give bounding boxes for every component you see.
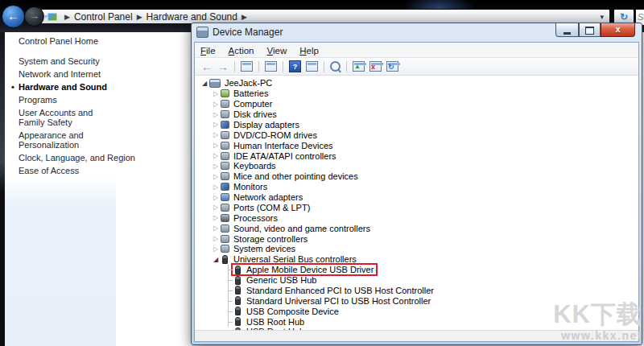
update-driver-icon[interactable] xyxy=(353,61,365,72)
tree-expander-icon[interactable] xyxy=(212,142,220,149)
tree-node-batteries[interactable]: Batteries xyxy=(195,89,638,99)
forward-icon[interactable] xyxy=(217,60,229,73)
tree-expander-icon[interactable] xyxy=(212,194,220,201)
back-icon[interactable] xyxy=(201,60,213,73)
ide-icon xyxy=(221,152,229,160)
tree-expander-icon[interactable] xyxy=(212,183,220,191)
help-icon[interactable] xyxy=(289,60,301,72)
tree-node-usb-controllers[interactable]: Universal Serial Bus controllers xyxy=(195,254,638,265)
sidebar-item-programs[interactable]: Programs xyxy=(19,95,116,105)
tree-expander-icon[interactable] xyxy=(212,214,220,221)
display-adapters-icon xyxy=(221,121,229,129)
sidebar-item-label: Hardware and Sound xyxy=(19,82,107,92)
tree-node-label: Mice and other pointing devices xyxy=(233,171,358,181)
menu-view[interactable]: View xyxy=(267,44,287,58)
tree-expander-icon[interactable] xyxy=(212,256,220,263)
show-console-tree-icon[interactable] xyxy=(241,61,253,72)
tree-node-processors[interactable]: Processors xyxy=(195,212,638,223)
tree-node-standard-enhanced-pci[interactable]: Standard Enhanced PCI to USB Host Contro… xyxy=(195,286,638,296)
tree-node-network-adapters[interactable]: Network adapters xyxy=(195,192,638,203)
address-dropdown-icon[interactable]: ▾ xyxy=(597,13,606,21)
sidebar-item-user-accounts[interactable]: User Accounts and Family Safety xyxy=(19,108,116,127)
tree-node-display-adapters[interactable]: Display adapters xyxy=(195,120,638,130)
tree-node-label: Keyboards xyxy=(233,161,276,171)
back-button[interactable]: ← xyxy=(2,5,25,28)
forward-button[interactable]: → xyxy=(24,6,44,27)
sidebar-item-control-panel-home[interactable]: Control Panel Home xyxy=(19,36,116,47)
scan-computer-icon[interactable] xyxy=(330,61,341,72)
tree-expander-icon[interactable] xyxy=(212,204,220,211)
tree-expander-icon[interactable] xyxy=(212,131,220,138)
tree-expander-icon[interactable] xyxy=(212,235,220,242)
tree-node-dvd-cdrom-drives[interactable]: DVD/CD-ROM drives xyxy=(195,130,638,140)
tree-expander-icon[interactable] xyxy=(200,80,208,87)
scan-for-hardware-changes-icon[interactable] xyxy=(386,61,398,72)
sidebar-item-clock-language-region[interactable]: Clock, Language, and Region xyxy=(19,153,116,163)
uninstall-device-icon[interactable] xyxy=(369,61,382,72)
tree-expander-icon[interactable] xyxy=(212,245,220,253)
sidebar-item-label: User Accounts and Family Safety xyxy=(19,108,93,127)
breadcrumb-hardware-and-sound[interactable]: Hardware and Sound xyxy=(147,11,237,23)
tree-node-monitors[interactable]: Monitors xyxy=(195,182,638,192)
menu-label: File xyxy=(200,46,216,56)
sidebar-item-network-and-internet[interactable]: Network and Internet xyxy=(19,69,116,79)
keyboards-icon xyxy=(221,162,229,170)
tree-expander-icon[interactable] xyxy=(212,173,220,180)
monitors-icon xyxy=(221,183,229,191)
tree-node-storage-controllers[interactable]: Storage controllers xyxy=(195,233,638,244)
tree-node-human-interface-devices[interactable]: Human Interface Devices xyxy=(195,140,638,150)
minimize-button[interactable] xyxy=(555,23,579,37)
menu-file[interactable]: File xyxy=(200,44,216,58)
device-manager-titlebar[interactable]: Device Manager xyxy=(196,27,283,38)
usb-device-icon xyxy=(235,307,241,315)
tree-node-system-devices[interactable]: System devices xyxy=(195,244,638,254)
menu-bar: FileActionViewHelp xyxy=(195,43,638,58)
tree-node-sound-controllers[interactable]: Sound, video and game controllers xyxy=(195,223,638,233)
tree-node-label: Batteries xyxy=(233,89,268,98)
tree-expander-icon[interactable] xyxy=(212,111,220,118)
watermark-url: www.kkx.net xyxy=(553,330,642,341)
tree-node-keyboards[interactable]: Keyboards xyxy=(195,161,638,171)
sidebar-item-label: Appearance and Personalization xyxy=(19,130,84,150)
tree-expander-icon[interactable] xyxy=(212,90,220,97)
breadcrumb-control-panel[interactable]: Control Panel xyxy=(74,11,133,23)
menu-label: Action xyxy=(229,46,254,56)
menu-action[interactable]: Action xyxy=(229,44,254,58)
breadcrumb-chevron-icon[interactable]: ▶ xyxy=(242,13,247,21)
maximize-button[interactable] xyxy=(579,23,601,37)
tree-expander-icon[interactable] xyxy=(212,163,220,170)
usb-device-icon xyxy=(235,276,241,285)
sidebar-item-system-and-security[interactable]: System and Security xyxy=(19,56,116,66)
tree-node-ide-controllers[interactable]: IDE ATA/ATAPI controllers xyxy=(195,150,638,161)
sidebar-item-hardware-and-sound[interactable]: Hardware and Sound xyxy=(19,82,116,92)
hid-icon xyxy=(221,142,229,150)
tree-node-label: Storage controllers xyxy=(233,234,308,244)
tree-node-ports[interactable]: Ports (COM & LPT) xyxy=(195,203,638,213)
tree-node-computer-root[interactable]: JeeJack-PC xyxy=(195,78,638,89)
tree-expander-icon[interactable] xyxy=(212,121,220,128)
tree-node-disk-drives[interactable]: Disk drives xyxy=(195,109,638,120)
tree-expander-icon[interactable] xyxy=(212,224,220,232)
export-list-icon[interactable] xyxy=(265,61,277,72)
usb-controllers-icon xyxy=(222,255,228,264)
tree-expander-icon[interactable] xyxy=(212,101,220,108)
recent-pages-dropdown-icon[interactable]: ▾ xyxy=(44,13,47,20)
tree-node-generic-usb-hub[interactable]: Generic USB Hub xyxy=(195,275,638,286)
sidebar-item-label: Network and Internet xyxy=(19,69,101,79)
tree-node-apple-mobile-device-usb-driver[interactable]: Apple Mobile Device USB Driver xyxy=(195,265,638,275)
menu-help[interactable]: Help xyxy=(299,44,319,58)
sound-controllers-icon xyxy=(221,224,229,233)
usb-device-icon xyxy=(235,296,241,305)
sidebar-item-appearance[interactable]: Appearance and Personalization xyxy=(19,130,116,150)
tree-node-label: IDE ATA/ATAPI controllers xyxy=(233,151,336,161)
close-button[interactable]: x xyxy=(601,23,635,37)
properties-icon[interactable] xyxy=(306,61,318,72)
tree-node-mice[interactable]: Mice and other pointing devices xyxy=(195,171,638,182)
usb-device-icon xyxy=(235,317,241,326)
sidebar-item-label: Programs xyxy=(19,95,57,105)
tree-expander-icon[interactable] xyxy=(212,152,220,159)
tree-node-label: Generic USB Hub xyxy=(246,275,316,285)
batteries-icon xyxy=(221,89,229,97)
tree-node-computer[interactable]: Computer xyxy=(195,99,638,109)
sidebar-item-ease-of-access[interactable]: Ease of Access xyxy=(19,166,116,175)
